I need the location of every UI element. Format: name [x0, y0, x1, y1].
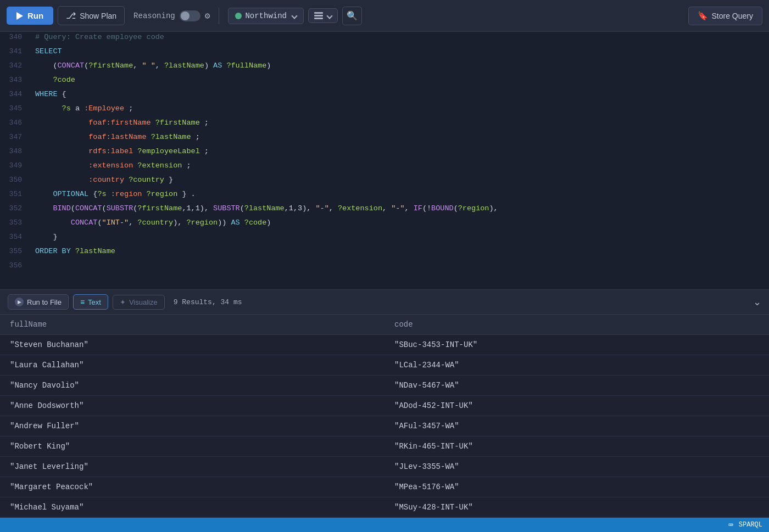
store-query-button[interactable]: 🔖 Store Query — [688, 7, 762, 25]
show-plan-button[interactable]: ⎇ Show Plan — [58, 6, 125, 25]
reasoning-group: Reasoning ⚙ — [133, 10, 210, 21]
cell-fullname: "Michael Suyama" — [0, 497, 384, 518]
code-line: 356 — [0, 260, 769, 275]
bookmark-icon: 🔖 — [698, 11, 708, 21]
line-content: ?s a :Employee ; — [29, 103, 769, 114]
line-number: 344 — [0, 89, 29, 99]
visualize-icon: ✦ — [120, 298, 126, 306]
run-to-file-button[interactable]: ▶ Run to File — [8, 294, 69, 310]
line-number: 347 — [0, 132, 29, 142]
results-count: 9 Results, 34 ms — [174, 298, 242, 306]
line-number: 355 — [0, 246, 29, 256]
search-button[interactable]: 🔍 — [342, 7, 362, 25]
run-to-file-label: Run to File — [27, 298, 62, 306]
expand-results-button[interactable]: ⌄ — [753, 296, 761, 308]
db-status-dot — [235, 13, 242, 19]
reasoning-label: Reasoning — [133, 12, 175, 20]
line-number: 354 — [0, 232, 29, 242]
toolbar: Run ⎇ Show Plan Reasoning ⚙ Northwind 🔍 … — [0, 0, 769, 32]
results-table-header: fullName code — [0, 315, 769, 335]
line-number: 343 — [0, 75, 29, 85]
table-row: "Robert King""RKin-465-INT-UK" — [0, 436, 769, 457]
database-selector[interactable]: Northwind — [228, 8, 304, 24]
layers-chevron-icon — [326, 13, 332, 19]
line-number: 349 — [0, 160, 29, 171]
cell-code: "LCal-2344-WA" — [384, 355, 769, 376]
line-content: BIND(CONCAT(SUBSTR(?firstName,1,1), SUBS… — [29, 203, 769, 214]
line-content: foaf:firstName ?firstName ; — [29, 117, 769, 128]
cell-fullname: "Robert King" — [0, 436, 384, 457]
line-number: 351 — [0, 189, 29, 199]
code-line: 352 BIND(CONCAT(SUBSTR(?firstName,1,1), … — [0, 203, 769, 217]
toolbar-separator — [219, 8, 219, 24]
line-content: ORDER BY ?lastName — [29, 246, 769, 256]
code-line: 341SELECT — [0, 46, 769, 60]
code-line: 346 foaf:firstName ?firstName ; — [0, 117, 769, 132]
cell-fullname: "Janet Leverling" — [0, 457, 384, 477]
line-content: SELECT — [29, 46, 769, 57]
cell-fullname: "Steven Buchanan" — [0, 335, 384, 355]
visualize-button[interactable]: ✦ Visualize — [113, 295, 165, 310]
results-table-container: fullName code "Steven Buchanan""SBuc-345… — [0, 315, 769, 518]
code-line: 355ORDER BY ?lastName — [0, 246, 769, 260]
line-number: 348 — [0, 146, 29, 156]
line-content: OPTIONAL {?s :region ?region } . — [29, 189, 769, 199]
code-line: 354 } — [0, 232, 769, 246]
line-content: rdfs:label ?employeeLabel ; — [29, 146, 769, 156]
language-label: SPARQL — [739, 521, 762, 529]
line-content: CONCAT("INT-", ?country), ?region)) AS ?… — [29, 217, 769, 228]
cell-code: "MSuy-428-INT-UK" — [384, 497, 769, 518]
line-number: 352 — [0, 203, 29, 214]
line-number: 341 — [0, 46, 29, 57]
code-line: 344WHERE { — [0, 89, 769, 103]
code-line: 349 :extension ?extension ; — [0, 160, 769, 175]
line-number: 356 — [0, 260, 29, 271]
status-bar: ⌨ SPARQL — [0, 518, 769, 532]
line-content: WHERE { — [29, 89, 769, 99]
code-editor[interactable]: 340# Query: Create employee code341SELEC… — [0, 32, 769, 289]
cell-fullname: "Anne Dodsworth" — [0, 396, 384, 416]
table-row: "Margaret Peacock""MPea-5176-WA" — [0, 477, 769, 497]
run-to-file-icon: ▶ — [15, 298, 24, 306]
chevron-down-icon: ⌄ — [753, 296, 761, 307]
toggle-knob — [181, 12, 190, 20]
keyboard-icon: ⌨ — [728, 520, 733, 530]
cell-code: "JLev-3355-WA" — [384, 457, 769, 477]
table-row: "Andrew Fuller""AFul-3457-WA" — [0, 416, 769, 436]
reasoning-toggle[interactable] — [180, 10, 200, 21]
visualize-label: Visualize — [129, 298, 158, 306]
run-button[interactable]: Run — [7, 7, 53, 25]
line-content: (CONCAT(?firstName, " ", ?lastName) AS ?… — [29, 60, 769, 71]
code-line: 342 (CONCAT(?firstName, " ", ?lastName) … — [0, 60, 769, 75]
cell-fullname: "Nancy Davolio" — [0, 376, 384, 396]
layers-button[interactable] — [308, 8, 338, 23]
cell-code: "SBuc-3453-INT-UK" — [384, 335, 769, 355]
cell-code: "RKin-465-INT-UK" — [384, 436, 769, 457]
line-number: 350 — [0, 175, 29, 185]
line-content: :country ?country } — [29, 175, 769, 185]
line-content — [29, 265, 769, 267]
line-content: } — [29, 232, 769, 242]
gear-icon[interactable]: ⚙ — [205, 10, 210, 21]
line-content: foaf:lastName ?lastName ; — [29, 132, 769, 142]
code-line: 340# Query: Create employee code — [0, 32, 769, 46]
line-content: ?code — [29, 75, 769, 85]
line-number: 346 — [0, 117, 29, 128]
line-content: :extension ?extension ; — [29, 160, 769, 171]
table-row: "Laura Callahan""LCal-2344-WA" — [0, 355, 769, 376]
table-row: "Anne Dodsworth""ADod-452-INT-UK" — [0, 396, 769, 416]
line-number: 342 — [0, 60, 29, 71]
code-line: 351 OPTIONAL {?s :region ?region } . — [0, 189, 769, 203]
results-table: fullName code "Steven Buchanan""SBuc-345… — [0, 315, 769, 518]
code-line: 348 rdfs:label ?employeeLabel ; — [0, 146, 769, 160]
code-line: 345 ?s a :Employee ; — [0, 103, 769, 117]
database-name: Northwind — [245, 12, 287, 20]
play-icon — [16, 12, 23, 20]
text-tab-button[interactable]: ≡ Text — [73, 294, 108, 310]
code-line: 347 foaf:lastName ?lastName ; — [0, 132, 769, 146]
header-fullname: fullName — [0, 315, 384, 335]
line-number: 345 — [0, 103, 29, 114]
line-number: 340 — [0, 32, 29, 42]
results-table-body: "Steven Buchanan""SBuc-3453-INT-UK""Laur… — [0, 335, 769, 518]
show-plan-label: Show Plan — [80, 12, 116, 20]
